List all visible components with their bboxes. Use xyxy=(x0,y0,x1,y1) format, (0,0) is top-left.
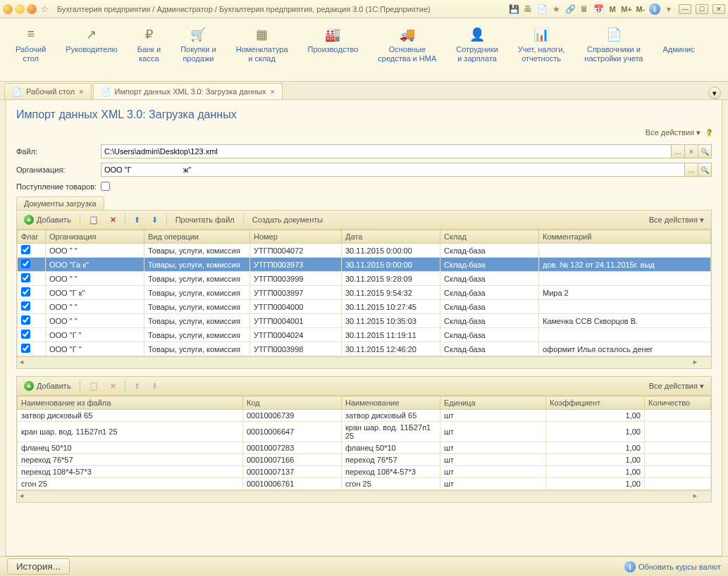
copy-button[interactable]: 📋 xyxy=(86,214,101,226)
row-checkbox[interactable] xyxy=(21,259,30,268)
flag-cell[interactable] xyxy=(18,258,46,272)
nav-fwd-icon[interactable] xyxy=(27,4,37,14)
table-row[interactable]: сгон 2500010006761сгон 25шт1,00 xyxy=(18,478,711,490)
table-header[interactable]: Коэффициент xyxy=(546,396,645,410)
row-checkbox[interactable] xyxy=(21,245,30,254)
flag-cell[interactable] xyxy=(18,328,46,342)
flag-cell[interactable] xyxy=(18,342,46,356)
table-row[interactable]: ООО " "Товары, услуги, комиссияУТГП00040… xyxy=(18,300,711,314)
org-browse-button[interactable]: … xyxy=(684,163,698,177)
table-header[interactable]: Наименование из файла xyxy=(18,396,243,410)
table-row[interactable]: ООО "Га к"Товары, услуги, комиссияУТГП00… xyxy=(18,258,711,272)
tabs-expand-button[interactable]: ▾ xyxy=(708,87,721,99)
topmenu-item[interactable]: 📊Учет, налоги,отчетность xyxy=(508,27,574,78)
add-item-button[interactable]: +Добавить xyxy=(21,380,74,392)
row-checkbox[interactable] xyxy=(21,344,30,353)
table-header[interactable]: Количество xyxy=(645,396,711,410)
move-item-up-button[interactable]: ⬆ xyxy=(131,380,143,392)
table-header[interactable]: Наименование xyxy=(342,396,440,410)
org-search-button[interactable]: 🔍 xyxy=(698,163,712,177)
update-rates-link[interactable]: i Обновить курсы валют xyxy=(624,561,721,572)
flag-cell[interactable] xyxy=(18,286,46,300)
delete-item-button[interactable]: ✕ xyxy=(107,380,119,392)
table-row[interactable]: переход 108*4-57*300010007137переход 108… xyxy=(18,466,711,478)
topmenu-item[interactable]: 📄Справочники инастройки учета xyxy=(574,27,653,78)
doc-icon[interactable]: 📄 xyxy=(536,4,548,15)
file-clear-button[interactable]: × xyxy=(684,144,698,158)
tab-close-icon[interactable]: × xyxy=(79,87,83,96)
window-close[interactable]: ✕ xyxy=(712,4,725,14)
copy-item-button[interactable]: 📋 xyxy=(86,380,101,392)
table-row[interactable]: ООО "Г "Товары, услуги, комиссияУТГП0004… xyxy=(18,328,711,342)
table-header[interactable]: Организация xyxy=(46,230,144,244)
calendar-icon[interactable]: 📅 xyxy=(593,4,604,15)
flag-cell[interactable] xyxy=(18,272,46,286)
topmenu-item[interactable]: 🚚Основныесредства и НМА xyxy=(368,27,446,78)
topmenu-item[interactable]: ≡Рабочийстол xyxy=(6,27,56,78)
row-checkbox[interactable] xyxy=(21,287,30,296)
topmenu-item[interactable]: ↗Руководителю xyxy=(56,27,127,78)
calc-icon[interactable]: 🖩 xyxy=(579,4,590,15)
tab[interactable]: 📄Рабочий стол× xyxy=(4,83,92,99)
delete-button[interactable]: ✕ xyxy=(107,214,119,226)
print-icon[interactable]: 🖶 xyxy=(522,4,533,15)
topmenu-item[interactable]: ▦Номенклатураи склад xyxy=(226,27,298,78)
all-actions-link[interactable]: Все действия ▾ xyxy=(646,128,701,137)
add-button[interactable]: +Добавить xyxy=(21,213,74,226)
nav-back-icon[interactable] xyxy=(15,4,25,14)
file-browse-button[interactable]: … xyxy=(671,144,685,158)
table-hscroll[interactable] xyxy=(17,356,711,368)
mem-m[interactable]: M xyxy=(607,4,618,15)
create-documents-button[interactable]: Создать документы xyxy=(249,214,326,225)
window-minimize[interactable]: — xyxy=(679,4,691,14)
tab-close-icon[interactable]: × xyxy=(270,87,274,96)
topmenu-item[interactable]: 👤Сотрудникии зарплата xyxy=(446,27,508,78)
table-row[interactable]: ООО " "Товары, услуги, комиссияУТГП00039… xyxy=(18,272,711,286)
topmenu-item[interactable]: 🛒Покупки ипродажи xyxy=(171,27,226,78)
row-checkbox[interactable] xyxy=(21,330,30,339)
table-header[interactable]: Склад xyxy=(440,230,539,244)
history-button[interactable]: История... xyxy=(7,558,70,575)
table-row[interactable]: затвор дисковый 6500010006739затвор диск… xyxy=(18,410,711,422)
table-row[interactable]: ООО "Г "Товары, услуги, комиссияУТГП0003… xyxy=(18,342,711,356)
all-actions-button-1[interactable]: Все действия ▾ xyxy=(646,214,707,226)
table-header[interactable]: Код xyxy=(243,396,342,410)
topmenu-item[interactable]: ₽Банк икасса xyxy=(128,27,171,78)
table-row[interactable]: ООО " "Товары, услуги, комиссияУТГП00040… xyxy=(18,244,711,258)
link-icon[interactable]: 🔗 xyxy=(564,4,576,15)
save-icon[interactable]: 💾 xyxy=(508,4,519,15)
row-checkbox[interactable] xyxy=(21,273,30,282)
mem-mplus[interactable]: M+ xyxy=(621,4,632,15)
table-row[interactable]: ООО " "Товары, услуги, комиссияУТГП00040… xyxy=(18,314,711,328)
table-header[interactable]: Флаг xyxy=(18,230,46,244)
table-header[interactable]: Единица xyxy=(440,396,546,410)
file-input[interactable] xyxy=(101,144,672,158)
row-checkbox[interactable] xyxy=(21,301,30,311)
table-row[interactable]: ООО "Г к"Товары, услуги, комиссияУТГП000… xyxy=(18,286,711,300)
info-icon[interactable]: i xyxy=(649,4,660,15)
move-down-button[interactable]: ⬇ xyxy=(149,214,161,226)
move-up-button[interactable]: ⬆ xyxy=(131,214,143,226)
table-header[interactable]: Вид операции xyxy=(144,230,250,244)
file-search-button[interactable]: 🔍 xyxy=(698,144,712,158)
flag-cell[interactable] xyxy=(18,244,46,258)
all-actions-button-2[interactable]: Все действия ▾ xyxy=(646,380,707,392)
table-header[interactable]: Комментарий xyxy=(539,230,711,244)
items-hscroll[interactable] xyxy=(17,490,711,502)
window-maximize[interactable]: ☐ xyxy=(696,4,708,14)
table-row[interactable]: переход 76*5700010007166переход 76*57шт1… xyxy=(18,454,711,466)
org-input[interactable] xyxy=(101,163,685,177)
star-icon[interactable]: ☆ xyxy=(39,4,50,15)
table-header[interactable]: Номер xyxy=(250,230,342,244)
mem-mminus[interactable]: M- xyxy=(635,4,646,15)
table-header[interactable]: Дата xyxy=(342,230,440,244)
help-icon[interactable]: ? xyxy=(707,128,712,137)
row-checkbox[interactable] xyxy=(21,315,30,325)
sub-tab-documents[interactable]: Документы загрузка xyxy=(16,196,104,210)
table-row[interactable]: фланец 50*1000010007283фланец 50*10шт1,0… xyxy=(18,442,711,454)
dropdown-icon[interactable]: ▾ xyxy=(663,4,674,15)
flag-cell[interactable] xyxy=(18,300,46,314)
topmenu-item[interactable]: 🏭Производство xyxy=(298,27,369,78)
topmenu-item[interactable]: Админис xyxy=(653,27,704,78)
move-item-down-button[interactable]: ⬇ xyxy=(149,380,161,392)
